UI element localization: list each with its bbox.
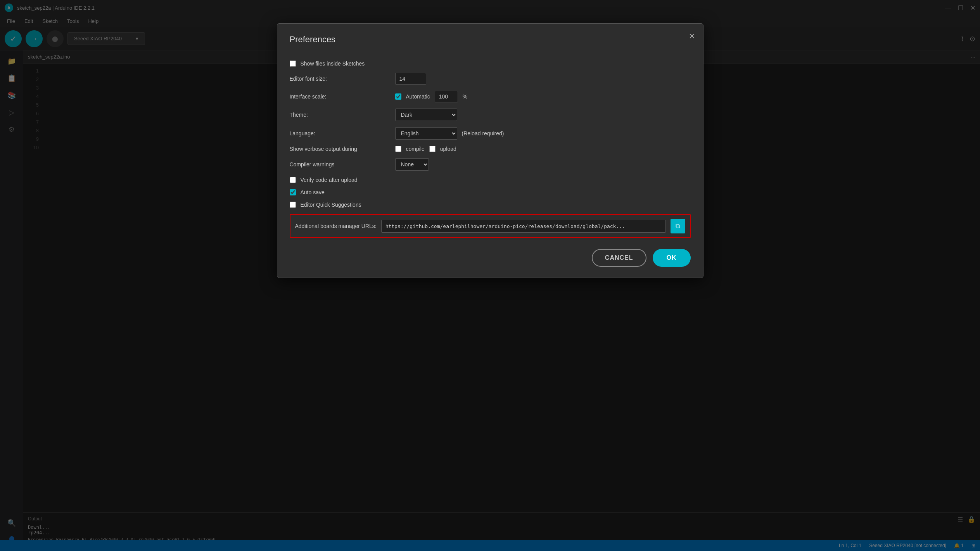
ok-button[interactable]: OK: [653, 249, 691, 267]
verify-label: Verify code after upload: [301, 177, 358, 183]
cancel-button[interactable]: CANCEL: [592, 249, 646, 267]
divider: [290, 54, 367, 54]
pref-row-verbose: Show verbose output during compile uploa…: [290, 146, 691, 152]
boards-url-label: Additional boards manager URLs:: [295, 223, 377, 229]
pref-row-theme: Theme: Dark Light System Default: [290, 109, 691, 121]
language-select[interactable]: English Español Français: [395, 127, 457, 140]
warnings-label: Compiler warnings: [290, 161, 391, 168]
copy-icon: ⧉: [676, 223, 680, 230]
upload-verbose-checkbox[interactable]: [429, 146, 436, 152]
scale-percent: %: [463, 93, 467, 100]
pref-row-autosave: Auto save: [290, 189, 691, 195]
pref-row-show-files: Show files inside Sketches: [290, 60, 691, 67]
dialog-title: Preferences: [290, 35, 691, 45]
automatic-checkbox[interactable]: [395, 93, 401, 100]
theme-select[interactable]: Dark Light System Default: [395, 109, 457, 121]
pref-row-warnings: Compiler warnings None Default More All: [290, 158, 691, 171]
verify-checkbox[interactable]: [290, 177, 296, 183]
pref-row-font-size: Editor font size:: [290, 73, 691, 85]
quick-suggestions-checkbox[interactable]: [290, 202, 296, 208]
font-size-label: Editor font size:: [290, 76, 391, 82]
modal-overlay: Preferences ✕ Show files inside Sketches…: [0, 0, 980, 551]
pref-row-scale: Interface scale: Automatic %: [290, 91, 691, 102]
verbose-label: Show verbose output during: [290, 146, 391, 152]
compile-checkbox[interactable]: [395, 146, 401, 152]
pref-row-verify: Verify code after upload: [290, 177, 691, 183]
autosave-label: Auto save: [301, 189, 325, 195]
dialog-buttons: CANCEL OK: [290, 249, 691, 267]
compile-label: compile: [406, 146, 425, 152]
preferences-dialog: Preferences ✕ Show files inside Sketches…: [277, 23, 703, 278]
language-label: Language:: [290, 130, 391, 136]
warnings-select[interactable]: None Default More All: [395, 158, 429, 171]
boards-url-copy-button[interactable]: ⧉: [671, 219, 685, 233]
boards-url-row: Additional boards manager URLs: ⧉: [290, 214, 691, 238]
pref-row-quick-suggestions: Editor Quick Suggestions: [290, 202, 691, 208]
reload-note: (Reload required): [462, 130, 504, 136]
scale-label: Interface scale:: [290, 93, 391, 100]
font-size-input[interactable]: [395, 73, 426, 85]
dialog-close-button[interactable]: ✕: [689, 31, 695, 41]
quick-suggestions-label: Editor Quick Suggestions: [301, 202, 361, 208]
automatic-label: Automatic: [406, 93, 430, 100]
boards-url-input[interactable]: [381, 220, 666, 233]
theme-label: Theme:: [290, 112, 391, 118]
pref-row-language: Language: English Español Français (Relo…: [290, 127, 691, 140]
upload-label: upload: [440, 146, 456, 152]
show-files-checkbox[interactable]: [290, 60, 296, 67]
show-files-label: Show files inside Sketches: [301, 60, 365, 67]
autosave-checkbox[interactable]: [290, 189, 296, 195]
scale-input[interactable]: [435, 91, 458, 102]
